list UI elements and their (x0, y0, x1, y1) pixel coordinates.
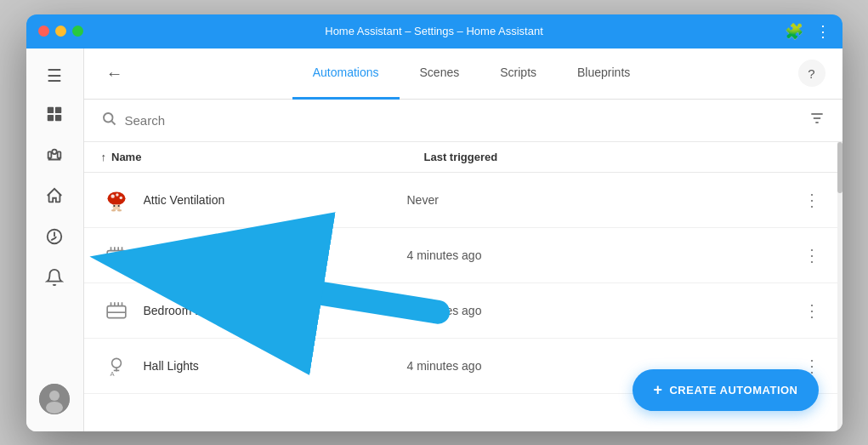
search-input[interactable] (125, 113, 808, 128)
energy-icon (45, 227, 64, 250)
avatar[interactable] (36, 380, 73, 418)
back-button[interactable]: ← (101, 59, 128, 88)
svg-point-18 (119, 196, 122, 199)
row-menu-button[interactable]: ⋮ (798, 186, 825, 214)
window-controls (38, 26, 83, 37)
scrollbar-track (837, 142, 842, 431)
close-button[interactable] (38, 26, 49, 37)
sidebar-item-menu[interactable]: ☰ (36, 57, 73, 94)
devices-icon (45, 145, 64, 168)
tab-automations[interactable]: Automations (292, 48, 400, 100)
svg-point-10 (104, 113, 113, 123)
row-menu-button[interactable]: ⋮ (798, 242, 825, 269)
automation-icon: A (101, 351, 132, 381)
automations-table: ↑ Name Last triggered (84, 142, 842, 431)
svg-point-9 (46, 402, 63, 414)
filter-icon[interactable] (808, 110, 825, 131)
svg-rect-0 (48, 107, 54, 113)
automation-icon (101, 240, 132, 271)
app-window: Home Assistant – Settings – Home Assista… (26, 14, 842, 431)
nav-tabs: Automations Scenes Scripts Blueprints (145, 48, 798, 99)
svg-line-11 (111, 121, 115, 124)
column-last-triggered: Last triggered (424, 151, 825, 163)
sort-icon: ↑ (101, 151, 107, 163)
app-body: ☰ (26, 48, 842, 431)
minimize-button[interactable] (55, 26, 66, 37)
plus-icon: + (653, 381, 662, 399)
table-header: ↑ Name Last triggered (84, 142, 842, 173)
search-icon (101, 111, 116, 130)
svg-point-17 (116, 193, 119, 197)
automation-last-triggered: Never (407, 193, 798, 207)
create-automation-button[interactable]: + CREATE AUTOMATION (633, 369, 818, 411)
automation-name: Hall Lights (144, 359, 407, 373)
user-avatar (39, 384, 70, 414)
titlebar: Home Assistant – Settings – Home Assista… (26, 14, 842, 48)
column-name: ↑ Name (101, 151, 424, 163)
automation-name: Attic Ventilation (144, 193, 407, 207)
help-icon: ? (808, 66, 814, 81)
svg-point-8 (49, 391, 60, 401)
puzzle-icon[interactable]: 🧩 (785, 22, 803, 41)
svg-point-4 (52, 150, 57, 155)
table-row[interactable]: Attic Ventilation Never ⋮ (84, 173, 842, 228)
automation-last-triggered: 4 minutes ago (407, 304, 798, 317)
automation-name: Bedroom Lilly Climate (144, 304, 407, 317)
bell-icon (45, 268, 64, 291)
home-icon (45, 186, 64, 209)
menu-icon: ☰ (47, 66, 62, 86)
tab-scripts[interactable]: Scripts (479, 48, 557, 100)
svg-point-21 (117, 204, 119, 206)
automation-icon (101, 295, 132, 326)
row-menu-button[interactable]: ⋮ (798, 297, 825, 324)
svg-point-16 (111, 194, 114, 197)
svg-point-36 (111, 358, 121, 368)
svg-rect-2 (48, 115, 54, 121)
titlebar-actions: 🧩 ⋮ (785, 22, 831, 41)
svg-point-23 (116, 208, 121, 211)
svg-rect-1 (55, 107, 61, 113)
sidebar-item-notifications[interactable] (36, 261, 73, 299)
automation-last-triggered: 4 minutes ago (407, 248, 798, 262)
table-row[interactable]: Bedroom Flynn Clim... 4 minutes ago ⋮ (84, 228, 842, 283)
maximize-button[interactable] (72, 26, 83, 37)
sidebar-item-dashboard[interactable] (36, 98, 73, 135)
sidebar-item-energy[interactable] (36, 220, 73, 258)
help-button[interactable]: ? (798, 60, 825, 87)
svg-point-22 (111, 208, 115, 211)
dashboard-icon (45, 105, 64, 128)
window-title: Home Assistant – Settings – Home Assista… (325, 25, 543, 37)
automation-name: Bedroom Flynn Clim... (144, 248, 407, 262)
sidebar-item-devices[interactable] (36, 139, 73, 176)
automation-icon (101, 185, 132, 215)
sidebar: ☰ (26, 48, 84, 431)
table-row[interactable]: Bedroom Lilly Climate 4 minutes ago ⋮ (84, 283, 842, 339)
sidebar-item-home[interactable] (36, 180, 73, 217)
main-content: ← Automations Scenes Scripts Blueprints (84, 48, 842, 431)
svg-rect-3 (55, 115, 61, 121)
svg-point-20 (113, 204, 115, 206)
more-menu-icon[interactable]: ⋮ (815, 22, 831, 41)
scrollbar-thumb[interactable] (837, 142, 842, 193)
top-navigation: ← Automations Scenes Scripts Blueprints (84, 48, 842, 100)
search-bar (84, 100, 842, 142)
create-button-label: CREATE AUTOMATION (669, 384, 797, 397)
tab-blueprints[interactable]: Blueprints (557, 48, 650, 100)
tab-scenes[interactable]: Scenes (400, 48, 480, 100)
